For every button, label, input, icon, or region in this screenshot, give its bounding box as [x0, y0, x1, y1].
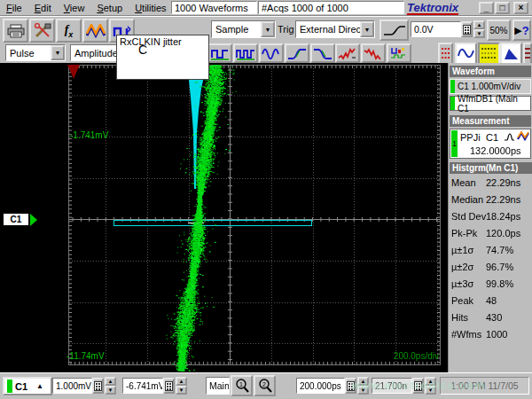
- horizontal-delay-field[interactable]: 21.700n: [372, 378, 412, 394]
- spin-down-icon[interactable]: ▼: [357, 386, 369, 395]
- trigger-source-value: External Direct: [296, 24, 360, 35]
- spin-up-icon[interactable]: ▲: [357, 377, 369, 386]
- waveform-display[interactable]: -1.741mV -11.74mV 200.0ps/div C1: [0, 63, 448, 372]
- close-button[interactable]: ×: [513, 2, 528, 14]
- keypad-button[interactable]: [345, 378, 356, 394]
- chevron-up-icon: ▲: [36, 382, 43, 390]
- channel-select-button[interactable]: C1 ▲: [3, 377, 52, 395]
- trigger-source-combo[interactable]: External Direct ▼: [295, 20, 375, 38]
- keypad-button[interactable]: [92, 378, 104, 394]
- channel-marker-arrow-icon: [30, 214, 37, 226]
- measure-category-combo[interactable]: Pulse ▼: [5, 44, 66, 61]
- spin-down-icon[interactable]: ▼: [105, 386, 116, 395]
- channel-marker[interactable]: C1: [3, 213, 29, 226]
- spin-down-icon[interactable]: ▼: [176, 386, 187, 395]
- trigger-level-field[interactable]: 0.0V: [411, 21, 461, 37]
- sidebar-drag-handle[interactable]: [523, 43, 532, 65]
- stat-label: Mean: [451, 177, 476, 188]
- menu-utilities[interactable]: Utilities: [129, 1, 172, 15]
- measure-jitter-rise-button[interactable]: [335, 43, 360, 63]
- spin-up-icon[interactable]: ▲: [105, 377, 116, 386]
- waveform-count-field[interactable]: 1000 Waveforms: [171, 1, 257, 14]
- keypad-button[interactable]: [163, 378, 175, 394]
- graticule-canvas[interactable]: [0, 63, 448, 372]
- reference-wave-button[interactable]: [82, 19, 108, 43]
- trigger-level-spinner[interactable]: ▲▼: [473, 20, 485, 38]
- timebase-mode-field[interactable]: Main: [206, 377, 230, 395]
- color-wave-small-icon: [517, 131, 530, 142]
- measurement-item[interactable]: 1 PPJi C1 132.0000ps: [450, 129, 531, 159]
- acquisition-mode-value: Sample: [212, 24, 261, 35]
- vertical-scale-field[interactable]: 1.000mV/: [52, 378, 92, 394]
- measurement-panel-header: Measurement: [450, 115, 531, 127]
- waveform-item-label: WfmDB1 (Main C1: [458, 94, 530, 113]
- waveform-item-label: C1 1.000mV/div: [458, 82, 520, 91]
- minimize-button[interactable]: _: [479, 2, 494, 14]
- waveform-label-popup[interactable]: RxCLKIN jitter C: [116, 35, 209, 80]
- measure-category-value: Pulse: [6, 48, 51, 59]
- zoom-secondary-button[interactable]: 2: [254, 375, 276, 396]
- tools-icon: [34, 23, 51, 39]
- print-button[interactable]: [3, 19, 28, 43]
- horizontal-scale-field[interactable]: 200.000ps: [296, 378, 345, 394]
- sine-cycles-icon: [262, 47, 281, 60]
- keypad-icon: [463, 25, 471, 35]
- measure-tie-button[interactable]: [387, 43, 411, 63]
- rising-edge-icon: [383, 24, 406, 36]
- trigger-slope-button[interactable]: [379, 20, 409, 41]
- context-help-button[interactable]: ▶?: [512, 20, 531, 41]
- chevron-down-icon[interactable]: ▼: [51, 45, 65, 60]
- horizontal-histogram-button[interactable]: [438, 43, 453, 65]
- keypad-button[interactable]: [461, 21, 473, 37]
- measure-falltime-button[interactable]: [310, 43, 335, 63]
- waveform-item-wfmdb1[interactable]: WfmDB1 (Main C1: [450, 96, 531, 111]
- vertical-position-spinner[interactable]: ▲▼: [176, 377, 187, 395]
- color-wave-icon: [86, 24, 106, 38]
- menu-file[interactable]: File: [0, 1, 28, 15]
- keypad-icon: [347, 381, 355, 391]
- menu-edit[interactable]: Edit: [28, 1, 58, 15]
- chevron-down-icon[interactable]: ▼: [360, 21, 374, 37]
- horizontal-delay-spinner[interactable]: ▲▼: [425, 377, 436, 395]
- horizontal-scale-spinner[interactable]: ▲▼: [357, 377, 369, 395]
- eye-diagram-icon: [481, 46, 497, 61]
- waveform-item-c1[interactable]: C1 1.000mV/div: [450, 79, 531, 94]
- spin-down-icon[interactable]: ▼: [473, 29, 485, 38]
- math-button[interactable]: fx: [56, 19, 82, 43]
- measure-jitter-fall-button[interactable]: [361, 43, 386, 63]
- acquisition-mode-combo[interactable]: Sample ▼: [211, 20, 276, 38]
- set-level-50-button[interactable]: 50%: [487, 20, 511, 41]
- menu-setup[interactable]: Setup: [90, 1, 129, 15]
- tab-waveform-view[interactable]: [455, 43, 477, 65]
- frequency-icon: [236, 47, 255, 60]
- timebase-label: 200.0ps/div: [368, 351, 439, 361]
- horizontal-vertical-bar: C1 ▲ 1.000mV/ ▲▼ -6.741mV ▲▼ Main 1 2 20…: [0, 372, 532, 399]
- waveform-panel-header: Waveform: [450, 66, 531, 77]
- measure-cycle-button[interactable]: [259, 43, 284, 63]
- tie-histogram-icon: [389, 46, 409, 60]
- measure-frequency-button[interactable]: [233, 43, 258, 63]
- vertical-position-field[interactable]: -6.741mV: [122, 378, 163, 394]
- measurement-name: PPJi: [460, 132, 481, 143]
- vertical-scale-spinner[interactable]: ▲▼: [105, 377, 116, 395]
- spin-up-icon[interactable]: ▲: [473, 20, 485, 29]
- utility-button[interactable]: [29, 19, 55, 43]
- zoom-primary-button[interactable]: 1: [231, 375, 253, 396]
- measure-risetime-button[interactable]: [285, 43, 309, 63]
- red-dashes-icon: [441, 46, 450, 61]
- svg-text:1: 1: [239, 381, 243, 387]
- spin-down-icon[interactable]: ▼: [425, 386, 436, 395]
- period-icon: [210, 47, 230, 60]
- restore-button[interactable]: □: [495, 2, 510, 14]
- menu-view[interactable]: View: [58, 1, 91, 15]
- keypad-icon: [165, 381, 173, 391]
- tab-histogram-view[interactable]: [500, 43, 522, 65]
- keypad-button[interactable]: [412, 378, 424, 394]
- measure-period-button[interactable]: [207, 43, 232, 63]
- channel-select-label: C1: [15, 381, 27, 392]
- spin-up-icon[interactable]: ▲: [425, 377, 436, 386]
- tab-eye-diagram[interactable]: [478, 43, 500, 65]
- spin-up-icon[interactable]: ▲: [176, 377, 187, 386]
- hist-row-median: Median22.29ns: [450, 192, 532, 209]
- chevron-down-icon[interactable]: ▼: [261, 21, 275, 37]
